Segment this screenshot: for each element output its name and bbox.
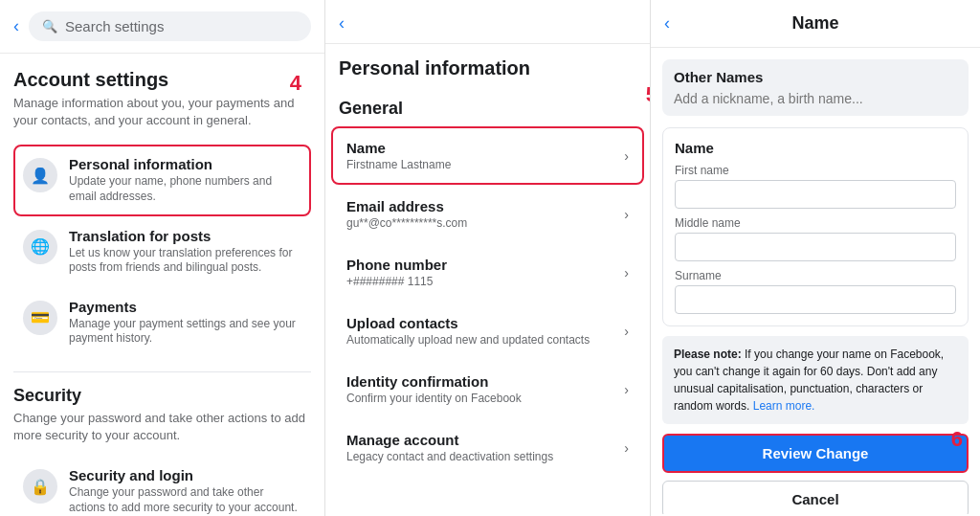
pi-item-name-left: Name Firstname Lastname [346,140,451,171]
review-change-button[interactable]: Review Change [662,434,969,473]
personal-info-subtitle: Update your name, phone numbers and emai… [69,174,301,204]
security-section-desc: Change your password and take other acti… [13,410,311,444]
pi-item-upload-contacts-title: Upload contacts [346,315,590,331]
panel-account-settings: ‹ 🔍 Search settings Account settings Man… [0,0,325,516]
middle-name-input[interactable] [675,233,956,261]
pi-item-email[interactable]: Email address gu**@co**********s.com › [331,185,644,243]
other-names-title: Other Names [674,69,957,85]
panel1-back-button[interactable]: ‹ [13,16,19,36]
badge-6: 6 [951,423,963,455]
pi-item-phone-sub: +######## 1115 [346,275,447,288]
translation-title: Translation for posts [69,228,301,244]
panel3-title: Name [791,13,838,34]
panel3-back-button[interactable]: ‹ [664,13,670,34]
panel1-content: Account settings Manage information abou… [0,54,324,515]
payments-text: Payments Manage your payment settings an… [69,299,301,347]
panel2-content: Personal information General 5 Name Firs… [325,44,650,512]
pi-item-identity-title: Identity confirmation [346,373,522,390]
translation-subtitle: Let us know your translation preferences… [69,246,301,276]
pi-item-upload-contacts[interactable]: Upload contacts Automatically upload new… [331,302,644,360]
security-login-text: Security and login Change your password … [69,467,301,515]
pi-item-email-chevron: › [624,207,629,222]
surname-label: Surname [675,269,956,282]
search-bar[interactable]: 🔍 Search settings [29,11,311,41]
security-login-title: Security and login [69,467,301,483]
pi-item-identity[interactable]: Identity confirmation Confirm your ident… [331,360,644,418]
personal-info-page-title: Personal information [325,44,650,87]
menu-item-payments[interactable]: 💳 Payments Manage your payment settings … [13,287,311,358]
panel3-header: ‹ Name [651,0,980,48]
note-box: Please note: If you change your name on … [662,336,969,424]
pi-item-name[interactable]: Name Firstname Lastname › [331,126,644,185]
first-name-input[interactable] [675,180,956,209]
pi-item-name-sub: Firstname Lastname [346,158,451,171]
search-icon: 🔍 [42,19,57,34]
pi-item-email-title: Email address [346,198,467,214]
pi-item-name-title: Name [346,140,451,156]
first-name-label: First name [675,164,956,177]
panel2-back-button[interactable]: ‹ [339,13,345,34]
translation-text: Translation for posts Let us know your t… [69,228,301,276]
menu-item-personal-info[interactable]: 👤 Personal information Update your name,… [13,145,311,215]
badge-5: 5 [646,82,650,107]
pi-item-upload-contacts-chevron: › [624,324,629,339]
other-names-section: Other Names [662,59,969,116]
pi-item-manage-account-title: Manage account [346,432,553,448]
payments-subtitle: Manage your payment settings and see you… [69,317,301,347]
learn-more-link[interactable]: Learn more. [753,399,815,413]
divider-1 [13,371,311,372]
search-input-label: Search settings [65,18,164,34]
surname-input[interactable] [675,285,956,314]
cancel-button[interactable]: Cancel [662,481,969,514]
menu-item-translation[interactable]: 🌐 Translation for posts Let us know your… [13,216,311,287]
general-section-label: General 5 [325,87,650,126]
pi-item-phone[interactable]: Phone number +######## 1115 › [331,243,644,302]
panel-name: ‹ Name Other Names Name First name Middl… [651,0,980,516]
account-section-title: Account settings [13,69,311,91]
pi-item-manage-account[interactable]: Manage account Legacy contact and deacti… [331,418,644,477]
name-section: Name First name Middle name Surname [662,127,969,326]
other-names-input[interactable] [674,91,957,106]
pi-item-name-chevron: › [624,148,629,164]
pi-item-identity-sub: Confirm your identity on Facebook [346,392,522,405]
pi-item-phone-chevron: › [624,265,629,280]
pi-item-upload-contacts-left: Upload contacts Automatically upload new… [346,315,590,347]
account-section-desc: Manage information about you, your payme… [13,95,311,129]
panel3-content: Other Names Name First name Middle name … [651,48,980,514]
security-login-subtitle: Change your password and take other acti… [69,485,301,515]
pi-item-phone-left: Phone number +######## 1115 [346,257,447,288]
pi-item-email-left: Email address gu**@co**********s.com [346,198,467,230]
personal-info-title: Personal information [69,156,301,172]
security-section-title: Security [13,386,311,406]
menu-item-security-login[interactable]: 🔒 Security and login Change your passwor… [13,456,311,515]
pi-item-manage-account-chevron: › [624,440,629,456]
payments-icon: 💳 [23,301,57,335]
pi-item-identity-chevron: › [624,382,629,397]
badge-4: 4 [290,71,301,96]
search-bar-area: ‹ 🔍 Search settings [0,0,324,54]
personal-info-icon: 👤 [23,158,57,192]
personal-info-text: Personal information Update your name, p… [69,156,301,204]
note-bold: Please note: [674,348,742,361]
panel-personal-info: ‹ Personal information General 5 Name Fi… [325,0,651,516]
name-section-title: Name [675,140,956,156]
pi-item-email-sub: gu**@co**********s.com [346,216,467,230]
pi-item-phone-title: Phone number [346,257,447,273]
panel2-header: ‹ [325,0,650,44]
pi-item-upload-contacts-sub: Automatically upload new and updated con… [346,333,590,347]
payments-title: Payments [69,299,301,315]
middle-name-label: Middle name [675,216,956,230]
translation-icon: 🌐 [23,230,57,264]
pi-item-manage-account-sub: Legacy contact and deactivation settings [346,450,553,463]
pi-item-manage-account-left: Manage account Legacy contact and deacti… [346,432,553,463]
security-login-icon: 🔒 [23,469,57,504]
pi-item-identity-left: Identity confirmation Confirm your ident… [346,373,522,405]
